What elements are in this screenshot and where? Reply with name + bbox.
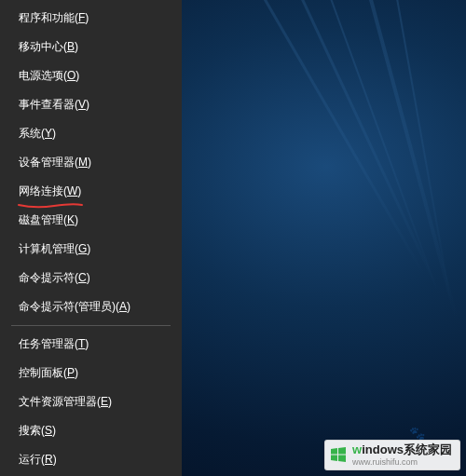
menu-item-network-connections[interactable]: 网络连接(W) [0, 177, 182, 206]
menu-item-search[interactable]: 搜索(S) [0, 416, 182, 445]
windows-logo-icon [330, 446, 347, 463]
menu-item-label: 系统(Y) [19, 127, 56, 140]
menu-item-computer-management[interactable]: 计算机管理(G) [0, 235, 182, 264]
menu-item-label: 程序和功能(F) [19, 11, 89, 24]
menu-item-command-prompt[interactable]: 命令提示符(C) [0, 264, 182, 292]
menu-item-label: 控制面板(P) [19, 366, 78, 379]
watermark-badge: windows系统家园 www.ruishifu.com [324, 440, 460, 470]
menu-item-file-explorer[interactable]: 文件资源管理器(E) [0, 388, 182, 416]
menu-item-label: 搜索(S) [19, 424, 56, 437]
menu-item-run[interactable]: 运行(R) [0, 445, 182, 474]
watermark-url: www.ruishifu.com [352, 457, 452, 467]
winx-context-menu: 程序和功能(F)移动中心(B)电源选项(O)事件查看器(V)系统(Y)设备管理器… [0, 0, 182, 476]
menu-item-label: 命令提示符(管理员)(A) [19, 300, 130, 313]
menu-item-mobility-center[interactable]: 移动中心(B) [0, 33, 182, 61]
menu-item-device-manager[interactable]: 设备管理器(M) [0, 148, 182, 177]
menu-item-task-manager[interactable]: 任务管理器(T) [0, 330, 182, 359]
menu-item-label: 任务管理器(T) [19, 337, 89, 350]
menu-item-control-panel[interactable]: 控制面板(P) [0, 359, 182, 388]
menu-item-label: 文件资源管理器(E) [19, 395, 112, 408]
menu-item-label: 磁盘管理(K) [19, 213, 78, 226]
menu-item-label: 运行(R) [19, 453, 57, 466]
decorative-paw-icons: 🐾 [409, 426, 429, 441]
watermark-title: windows系统家园 [352, 443, 452, 457]
menu-item-power-options[interactable]: 电源选项(O) [0, 61, 182, 90]
menu-item-disk-management[interactable]: 磁盘管理(K) [0, 206, 182, 235]
menu-item-label: 命令提示符(C) [19, 271, 90, 284]
menu-item-label: 设备管理器(M) [19, 156, 91, 169]
menu-item-programs-features[interactable]: 程序和功能(F) [0, 4, 182, 33]
menu-separator [11, 325, 171, 326]
menu-item-label: 移动中心(B) [19, 40, 78, 53]
menu-item-system[interactable]: 系统(Y) [0, 119, 182, 148]
menu-item-label: 网络连接(W) [19, 184, 81, 197]
menu-item-event-viewer[interactable]: 事件查看器(V) [0, 90, 182, 119]
menu-item-label: 电源选项(O) [19, 69, 79, 82]
menu-item-label: 计算机管理(G) [19, 242, 90, 255]
menu-item-label: 事件查看器(V) [19, 98, 89, 111]
menu-item-command-prompt-admin[interactable]: 命令提示符(管理员)(A) [0, 292, 182, 321]
